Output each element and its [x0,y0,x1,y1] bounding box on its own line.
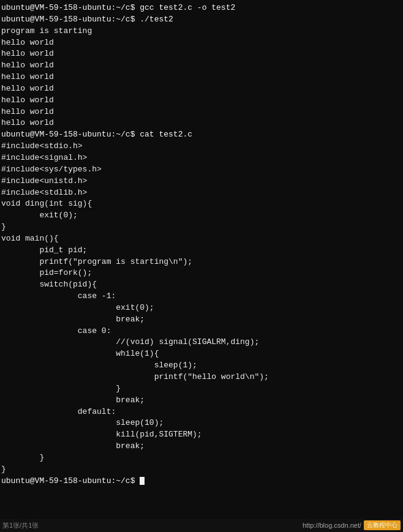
terminal-line: break; [1,314,402,326]
terminal-line: } [1,464,402,476]
terminal-line: } [1,452,402,464]
terminal-line: ubuntu@VM-59-158-ubuntu:~/c$ cat test2.c [1,129,402,141]
brand-badge: 云教程中心 [364,520,401,530]
terminal-line: hello world [1,118,402,129]
terminal-line: hello world [1,72,402,83]
terminal-line: hello world [1,60,402,72]
page-indicator: 第1张/共1张 [2,521,39,530]
terminal-line: pid_t pid; [1,245,402,257]
terminal-line: switch(pid){ [1,279,402,291]
terminal-line: while(1){ [1,348,402,360]
bottom-bar: 第1张/共1张 http://blog.csdn.net/ 云教程中心 [0,519,403,532]
terminal: ubuntu@VM-59-158-ubuntu:~/c$ gcc test2.c… [0,0,403,532]
terminal-line: } [1,222,402,233]
terminal-line: case 0: [1,326,402,337]
url-text: http://blog.csdn.net/ [303,522,361,529]
terminal-line: #include<stdlib.h> [1,187,402,199]
terminal-line: #include<unistd.h> [1,176,402,187]
terminal-output: ubuntu@VM-59-158-ubuntu:~/c$ gcc test2.c… [1,2,402,487]
terminal-line: default: [1,406,402,418]
terminal-line: exit(0); [1,302,402,314]
terminal-line: break; [1,395,402,406]
terminal-line: hello world [1,37,402,49]
terminal-line: sleep(10); [1,418,402,429]
terminal-line: hello world [1,48,402,60]
terminal-line: printf("hello world\n"); [1,372,402,383]
terminal-line: } [1,383,402,395]
terminal-line: kill(pid,SIGTERM); [1,429,402,441]
terminal-line: sleep(1); [1,360,402,372]
terminal-line: void main(){ [1,233,402,245]
terminal-line: case -1: [1,291,402,302]
terminal-line: #include<signal.h> [1,152,402,164]
terminal-line: void ding(int sig){ [1,198,402,210]
terminal-line: program is starting [1,26,402,37]
terminal-cursor [140,477,145,485]
terminal-line: ubuntu@VM-59-158-ubuntu:~/c$ [1,476,402,487]
terminal-line: #include<stdio.h> [1,141,402,152]
terminal-line: hello world [1,107,402,118]
terminal-line: printf("program is starting\n"); [1,257,402,268]
terminal-line: hello world [1,95,402,107]
terminal-line: exit(0); [1,210,402,222]
terminal-line: hello world [1,83,402,95]
terminal-line: ubuntu@VM-59-158-ubuntu:~/c$ gcc test2.c… [1,2,402,14]
terminal-line: pid=fork(); [1,268,402,279]
terminal-line: #include<sys/types.h> [1,164,402,176]
watermark-area: http://blog.csdn.net/ 云教程中心 [303,520,401,530]
terminal-line: break; [1,441,402,452]
terminal-line: //(void) signal(SIGALRM,ding); [1,337,402,348]
terminal-line: ubuntu@VM-59-158-ubuntu:~/c$ ./test2 [1,14,402,26]
